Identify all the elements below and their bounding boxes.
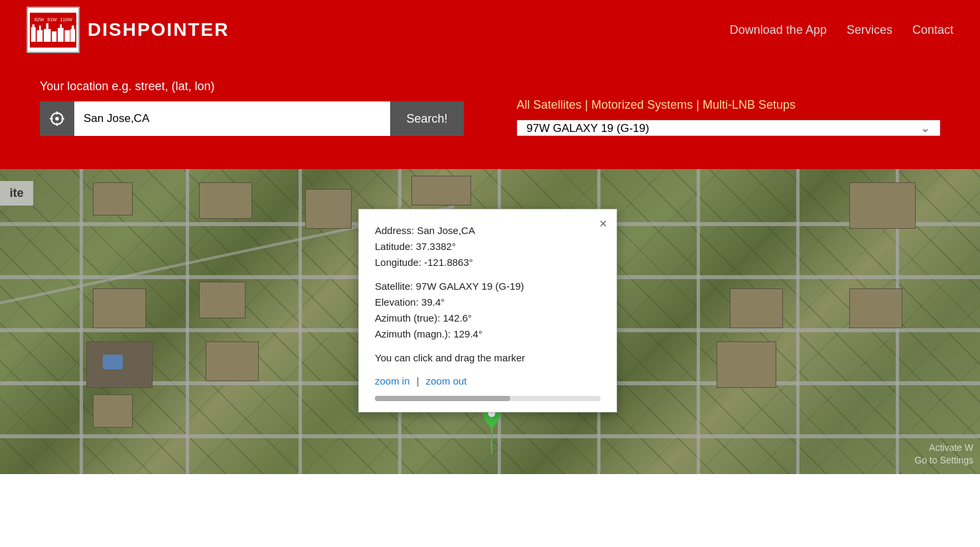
map-container[interactable]: ite × Address: San Jose,CA Latitude: 37.… — [0, 169, 980, 474]
popup-azimuth-true: Azimuth (true): 142.6° — [375, 310, 600, 326]
activate-watermark: Activate W Go to Settings — [914, 442, 973, 467]
popup-satellite-value: 97W GALAXY 19 (G-19) — [416, 280, 524, 292]
header-nav: Download the App Services Contact — [730, 23, 953, 37]
building — [411, 176, 471, 206]
location-col: Your location e.g. street, (lat, lon) Se… — [40, 80, 464, 136]
logo-title: DISHPOINTER — [88, 19, 229, 40]
satellite-label-motorized[interactable]: Motorized Systems — [591, 98, 693, 111]
popup-scrollbar-thumb — [375, 396, 510, 401]
svg-rect-14 — [70, 29, 75, 41]
building — [849, 182, 916, 229]
svg-rect-12 — [60, 24, 62, 29]
nav-contact[interactable]: Contact — [912, 23, 953, 37]
svg-point-17 — [55, 117, 58, 120]
popup-azimuth-true-label: Azimuth (true): — [375, 312, 440, 324]
svg-rect-9 — [46, 23, 49, 30]
popup-longitude: Longitude: -121.8863° — [375, 255, 600, 271]
popup-azimuth-magn-value: 129.4° — [453, 328, 482, 339]
svg-rect-6 — [37, 30, 43, 42]
svg-rect-7 — [39, 25, 41, 31]
location-icon — [48, 110, 66, 127]
popup-elevation-label: Elevation: — [375, 296, 419, 308]
building — [717, 341, 776, 388]
geolocation-button[interactable] — [40, 101, 74, 136]
satellite-sep1: | — [585, 98, 592, 111]
svg-text:82W: 82W — [35, 17, 44, 21]
popup-drag-hint: You can click and drag the marker — [375, 350, 600, 366]
popup-azimuth-magn: Azimuth (magn.): 129.4° — [375, 326, 600, 342]
search-input-row: Search! — [40, 101, 464, 136]
location-label: Your location e.g. street, (lat, lon) — [40, 80, 464, 93]
popup-close-button[interactable]: × — [599, 216, 607, 231]
svg-rect-11 — [58, 28, 64, 42]
search-button[interactable]: Search! — [390, 101, 463, 136]
popup-address-label: Address: — [375, 225, 414, 236]
road — [186, 169, 189, 474]
satellite-select[interactable]: 97W GALAXY 19 (G-19) — [518, 121, 912, 135]
popup-address: Address: San Jose,CA — [375, 223, 600, 239]
popup-satellite: Satellite: 97W GALAXY 19 (G-19) — [375, 278, 600, 294]
svg-text:110W: 110W — [60, 17, 73, 21]
building — [849, 288, 902, 328]
search-section: Your location e.g. street, (lat, lon) Se… — [0, 60, 980, 169]
pool — [103, 355, 123, 369]
building — [93, 182, 133, 215]
popup-latitude: Latitude: 37.3382° — [375, 239, 600, 255]
svg-rect-10 — [52, 31, 56, 42]
svg-rect-15 — [72, 25, 74, 30]
activate-line1: Activate W — [914, 442, 973, 455]
road — [796, 169, 800, 474]
popup-satellite-label: Satellite: — [375, 280, 413, 292]
road — [697, 169, 700, 474]
zoom-in-link[interactable]: zoom in — [375, 375, 410, 387]
popup-elevation-value: 39.4° — [421, 296, 445, 308]
location-input[interactable] — [74, 101, 390, 136]
popup-address-value: San Jose,CA — [417, 225, 475, 236]
map-sidebar-label: ite — [0, 181, 33, 206]
road — [80, 169, 83, 474]
activate-line2: Go to Settings — [914, 454, 973, 467]
road — [299, 169, 302, 474]
header-left: 82W 91W 110W DISHPOINTER — [27, 7, 229, 53]
building — [206, 341, 259, 381]
marker-line — [491, 428, 492, 454]
zoom-separator: | — [417, 375, 419, 387]
satellite-col: All Satellites | Motorized Systems | Mul… — [517, 98, 941, 136]
nav-download[interactable]: Download the App — [730, 23, 827, 37]
building — [730, 288, 783, 328]
popup-elevation: Elevation: 39.4° — [375, 294, 600, 310]
popup-azimuth-true-value: 142.6° — [443, 312, 472, 324]
satellite-sep2: | — [696, 98, 703, 111]
svg-rect-8 — [44, 29, 51, 41]
popup-azimuth-magn-label: Azimuth (magn.): — [375, 328, 451, 339]
building — [199, 282, 245, 318]
popup-latitude-label: Latitude: — [375, 241, 413, 252]
chevron-down-icon: ⌄ — [911, 121, 940, 135]
satellite-label: All Satellites | Motorized Systems | Mul… — [517, 98, 941, 112]
building — [93, 395, 133, 428]
popup-latitude-value: 37.3382° — [416, 241, 456, 252]
logo-image: 82W 91W 110W — [27, 7, 80, 53]
building — [305, 189, 352, 229]
svg-rect-4 — [31, 27, 36, 42]
building — [199, 182, 252, 219]
popup-zoom-links: zoom in | zoom out — [375, 375, 600, 387]
nav-services[interactable]: Services — [847, 23, 892, 37]
building — [93, 288, 146, 328]
popup-longitude-value: -121.8863° — [424, 257, 473, 268]
popup-longitude-label: Longitude: — [375, 257, 421, 268]
satellite-label-all[interactable]: All Satellites — [517, 98, 582, 111]
svg-rect-5 — [33, 24, 35, 29]
zoom-out-link[interactable]: zoom out — [426, 375, 467, 387]
svg-text:91W: 91W — [47, 17, 57, 21]
header: 82W 91W 110W DISHPOINTER Download the Ap… — [0, 0, 980, 60]
popup-scrollbar[interactable] — [375, 396, 600, 401]
map-info-popup: × Address: San Jose,CA Latitude: 37.3382… — [358, 209, 617, 412]
road — [0, 434, 980, 438]
svg-rect-13 — [65, 30, 70, 42]
satellite-label-multi[interactable]: Multi-LNB Setups — [703, 98, 796, 111]
satellite-select-wrapper: 97W GALAXY 19 (G-19) ⌄ — [517, 120, 941, 136]
